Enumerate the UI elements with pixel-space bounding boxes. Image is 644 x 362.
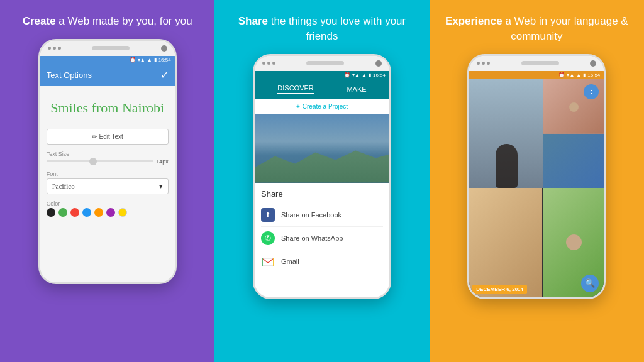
fab-menu-button[interactable]: ⋮ (584, 84, 599, 99)
color-orange[interactable] (94, 208, 103, 217)
time-display-3: 16:54 (587, 72, 600, 78)
color-red[interactable] (70, 208, 79, 217)
search-minus-icon: 🔍 (585, 278, 595, 288)
date-badge: DECEMBER 6, 2014 (472, 285, 527, 294)
collage-image-tl (469, 79, 543, 189)
phone-2-camera (375, 60, 382, 67)
battery-icon: ▮ (369, 72, 371, 78)
phone-dot (477, 62, 480, 65)
chevron-down-icon: ▾ (159, 182, 163, 190)
font-value: Pacifico (52, 182, 75, 190)
create-project-button[interactable]: + Create a Project (255, 99, 389, 114)
color-purple[interactable] (106, 208, 115, 217)
status-bar-3: ⏰ ▾▲ ▲ ▮ 16:54 (469, 71, 604, 79)
font-select-dropdown[interactable]: Pacifico ▾ (47, 178, 169, 194)
time-display-2: 16:54 (373, 72, 386, 78)
phone-3-camera (590, 60, 596, 67)
collage-top-row (469, 79, 604, 189)
signal-icon: ▾▲ (352, 72, 360, 78)
phone-1: ⏰ ▾▲ ▲ ▮ 16:54 Text Options ✓ Smiles fro… (38, 39, 177, 284)
edit-text-button[interactable]: ✏ Edit Text (47, 129, 169, 145)
phone-2: ⏰ ▾▲ ▲ ▮ 16:54 DISCOVER MAKE + Create a … (253, 54, 391, 299)
time-display-1: 16:54 (158, 57, 171, 63)
share-gmail-item[interactable]: Gmail (261, 250, 383, 273)
tab-discover[interactable]: DISCOVER (277, 84, 313, 94)
check-icon[interactable]: ✓ (160, 69, 169, 81)
phone-dot (58, 47, 61, 50)
color-section: Color (47, 200, 169, 217)
text-options-content: Smiles from Nairobi ✏ Edit Text Text Siz… (40, 86, 175, 224)
collage-image-bl: DECEMBER 6, 2014 (469, 188, 542, 297)
panel-create: Create a Web made by you, for you ⏰ ▾▲ ▲… (0, 0, 214, 362)
share-sheet-title: Share (261, 189, 383, 199)
battery-icon: ▮ (583, 72, 586, 78)
text-size-label: Text Size (47, 151, 169, 157)
phone-1-top (40, 41, 175, 56)
color-green[interactable] (58, 208, 67, 217)
signal-icon: ▾▲ (567, 72, 574, 78)
color-label: Color (47, 200, 169, 207)
app-bar-1-title: Text Options (47, 70, 92, 80)
status-bar-1: ⏰ ▾▲ ▲ ▮ 16:54 (40, 56, 175, 64)
wifi-icon: ▲ (147, 57, 152, 63)
status-bar-2: ⏰ ▾▲ ▲ ▮ 16:54 (255, 71, 389, 79)
phone-1-camera (161, 45, 167, 52)
panel-create-title: Create a Web made by you, for you (23, 14, 192, 29)
text-size-slider-container: 14px (47, 158, 169, 165)
landscape-image (255, 114, 389, 183)
phone-dot (487, 62, 490, 65)
plus-icon: + (296, 103, 300, 110)
share-facebook-item[interactable]: f Share on Facebook (261, 204, 383, 227)
app-bar-2: DISCOVER MAKE (255, 79, 389, 99)
share-facebook-label: Share on Facebook (281, 211, 341, 219)
panel-experience-bold: Experience (445, 15, 502, 27)
wifi-icon: ▲ (576, 72, 581, 78)
phone-2-top (255, 56, 389, 71)
facebook-icon: f (261, 208, 275, 222)
color-yellow[interactable] (118, 208, 127, 217)
pencil-icon: ✏ (92, 133, 97, 140)
edit-text-label: Edit Text (99, 133, 123, 140)
phone-3-speaker (521, 61, 559, 65)
panel-share-bold: Share (238, 15, 268, 27)
panel-experience: Experience a Web in your language & comm… (430, 0, 644, 362)
create-project-label: Create a Project (303, 103, 348, 110)
share-whatsapp-item[interactable]: ✆ Share on WhatsApp (261, 227, 383, 250)
share-gmail-label: Gmail (281, 258, 299, 265)
phone-3-top (469, 56, 604, 71)
color-black[interactable] (47, 208, 55, 217)
nairobi-text-display: Smiles from Nairobi (47, 94, 169, 123)
alarm-icon: ⏰ (558, 72, 565, 78)
color-blue[interactable] (82, 208, 91, 217)
phone-3-dots (477, 62, 490, 65)
phone-dot (272, 62, 275, 65)
phone-1-speaker (92, 46, 130, 50)
svg-rect-0 (261, 255, 275, 268)
text-size-track[interactable] (47, 160, 153, 162)
collage-image-tr-bottom (543, 134, 604, 188)
fab-search-button[interactable]: 🔍 (581, 275, 599, 292)
phone-2-dots (262, 62, 275, 65)
phone-3-screen: DECEMBER 6, 2014 ⋮ 🔍 (469, 79, 604, 297)
font-section: Font Pacifico ▾ (47, 171, 169, 194)
mountains-decoration (255, 145, 389, 183)
gmail-icon (261, 255, 275, 268)
font-label: Font (47, 171, 169, 177)
panel-create-bold: Create (23, 15, 56, 27)
alarm-icon: ⏰ (130, 57, 136, 63)
phone-3: ⏰ ▾▲ ▲ ▮ 16:54 (467, 54, 606, 299)
phone-1-dots (48, 47, 61, 50)
phone-dot (267, 62, 270, 65)
text-size-value: 14px (156, 158, 169, 165)
panel-experience-title: Experience a Web in your language & comm… (442, 14, 631, 44)
collage-container: DECEMBER 6, 2014 ⋮ 🔍 (469, 79, 604, 297)
tab-make[interactable]: MAKE (347, 85, 366, 93)
phone-dot (48, 47, 51, 50)
phone-2-screen: DISCOVER MAKE + Create a Project Share f… (255, 79, 389, 297)
wifi-icon: ▲ (362, 72, 367, 78)
battery-icon: ▮ (154, 57, 157, 63)
phone-dot (482, 62, 485, 65)
phone-2-speaker (306, 61, 344, 65)
signal-icon: ▾▲ (138, 57, 145, 63)
text-size-thumb[interactable] (89, 158, 97, 165)
